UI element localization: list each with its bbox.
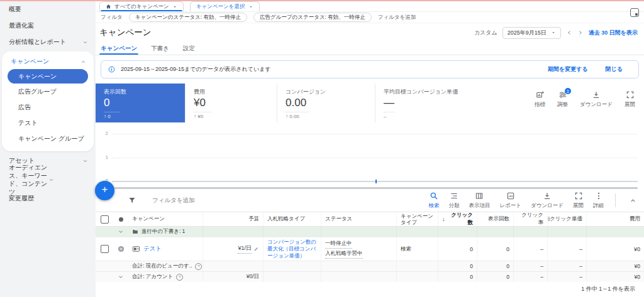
column-header-impressions[interactable]: 表示回数 [477,212,513,226]
scorecard-impressions[interactable]: 表示回数 0 ↑ 0 [96,84,185,122]
more-options-button[interactable]: 詳細 [593,192,604,210]
dropdown-caret-icon [551,30,556,35]
expand-account-total-chevron[interactable] [113,272,128,282]
side-panel-icon[interactable] [630,8,639,17]
adjust-button[interactable]: 3 調整 [557,90,568,122]
download-icon [592,90,601,99]
filter-chip-campaign-status[interactable]: キャンペーンのステータス: 有効、一時停止 [129,13,247,22]
download-table-button[interactable]: ダウンロード [531,192,564,210]
reports-button[interactable]: レポート [499,192,521,210]
columns-button[interactable]: 表示項目 [469,192,490,210]
table-tool-group: 検索 分類 表示項目 レポート ダウンロード 展開 [428,192,644,210]
column-header-bid-type[interactable]: 入札戦略タイプ [263,212,321,226]
status-column-icon [119,217,123,222]
search-icon [430,192,438,200]
status-cell[interactable]: 一時停止中 入札戦略学習中 [321,237,396,261]
avg-cpc-cell: – [547,237,586,261]
sidebar-item-ad-groups[interactable]: 広告グループ [2,84,94,99]
next-period-button[interactable] [577,30,584,36]
sidebar-campaigns-group: キャンペーン キャンペーン 広告グループ 広告 テスト キャンペーン グループ [2,51,94,151]
column-header-budget[interactable]: 予算 [203,212,263,226]
avg-cpc-total-cell: – [547,272,586,282]
sidebar-item-insights-reports[interactable]: 分析情報とレポート [0,34,96,50]
gridline [112,158,638,158]
page-tabbar: キャンペーン 下書き 設定 [96,42,644,55]
sidebar-item-campaign-groups[interactable]: キャンペーン グループ [2,131,94,146]
info-icon [108,66,115,73]
change-period-link[interactable]: 期間を変更する [548,65,588,73]
column-header-campaign-type[interactable]: キャンペーン タイプ [396,212,438,226]
show-last-30-days-link[interactable]: 過去 30 日間を表示 [589,29,638,37]
y-axis-tick: 2 [96,131,108,136]
scorecard-conversions[interactable]: コンバージョン 0.00 ↑ 0.00 [277,84,375,122]
row-checkbox[interactable] [101,245,109,253]
filter-bar-label: フィルタ [101,14,123,21]
date-picker-dropdown[interactable]: 2025年9月15日 [502,27,561,39]
scope-tab-all-campaigns[interactable]: すべてのキャンペーン [99,1,184,11]
campaign-name-link[interactable]: テスト [143,245,162,253]
sort-descending-icon [442,216,445,222]
collapse-drafts-chevron[interactable] [113,227,128,237]
tab-drafts[interactable]: 下書き [151,42,169,55]
filter-chip-adgroup-status[interactable]: 広告グループのステータス: 有効、一時停止 [253,13,372,22]
download-chart-button[interactable]: ダウンロード [580,90,613,122]
chevron-down-icon [48,177,88,183]
sidebar-item-audiences-keywords-content[interactable]: オーディエンス、キーワード、コンテンツ [0,169,96,190]
collapse-table-chevron[interactable] [627,197,639,204]
scope-tab-select-campaign[interactable]: キャンペーンを選択 [190,1,260,11]
y-axis-tick: 1 [96,154,108,160]
select-all-checkbox[interactable] [101,215,109,224]
previous-period-button[interactable] [566,30,572,36]
expand-table-button[interactable]: 展開 [573,192,584,210]
column-header-status[interactable]: ステータス [321,212,396,226]
toolbar-divider [615,193,616,207]
sidebar-item-ads[interactable]: 広告 [2,99,94,115]
impressions-cell: 0 [477,237,513,261]
sidebar-item-campaigns-header[interactable]: キャンペーン [2,54,94,69]
close-banner-link[interactable]: 閉じる [606,65,623,73]
drafts-group-row: 進行中の下書き: 1 [96,227,644,237]
metrics-button[interactable]: 指標 [535,90,545,122]
sidebar-item-recommendations[interactable]: 最適化案 [0,18,96,34]
scorecard-cost[interactable]: 費用 ¥0 ↑ ¥0 [185,84,277,122]
column-header-avg-cpc[interactable]: 平均クリック単価 [547,212,586,226]
add-filter-link[interactable]: フィルタを追加 [378,14,416,21]
table-header-row: キャンペーン 予算 入札戦略タイプ ステータス キャンペーン タイプ クリック数… [96,212,644,227]
dropdown-caret-icon [248,4,253,9]
tab-settings[interactable]: 設定 [183,42,195,55]
chart-horizontal-scrollbar[interactable] [114,187,638,189]
help-icon[interactable] [176,274,183,281]
sidebar-item-campaigns[interactable]: キャンペーン [8,69,88,84]
column-header-ctr[interactable]: クリック率 [513,212,547,226]
new-campaign-fab-button[interactable] [95,181,114,200]
segment-button[interactable]: 分類 [448,192,459,210]
segment-icon [450,192,458,200]
paused-status-icon[interactable] [113,237,128,261]
campaign-scope-tabbar: すべてのキャンペーン キャンペーンを選択 [96,1,644,12]
scorecard-avg-target-cpa[interactable]: 平均目標コンバージョン単価 — – [375,84,494,122]
campaign-type-cell: 検索 [396,237,438,261]
metrics-chart-icon [536,90,545,99]
cost-total-cell: ¥0 [586,261,644,271]
help-icon[interactable] [195,263,202,270]
sidebar-item-overview[interactable]: 概要 [0,1,96,18]
edit-pencil-icon[interactable] [253,246,259,252]
expand-icon [574,192,583,200]
column-header-clicks[interactable]: クリック数 [438,212,477,226]
sidebar-item-experiments[interactable]: テスト [2,115,94,131]
filter-funnel-icon[interactable] [128,197,136,204]
chevron-down-icon [82,40,88,45]
left-navigation: 概要 最適化案 分析情報とレポート キャンペーン キャンペーン 広告グループ 広… [0,1,96,297]
budget-cell[interactable]: ¥1/日 [203,237,263,261]
search-button[interactable]: 検索 [428,192,439,210]
tab-campaigns[interactable]: キャンペーン [101,42,137,55]
columns-icon [475,192,484,200]
bid-strategy-cell[interactable]: コンバージョン数の最大化（目標コンバージョン単価） [263,237,321,261]
scorecard-row: 表示回数 0 ↑ 0 費用 ¥0 ↑ ¥0 コンバージョン 0.00 ↑ 0.0… [96,84,644,122]
chevron-up-icon [80,59,86,65]
column-header-cost[interactable]: 費用 [586,212,644,226]
table-add-filter-input[interactable]: フィルタを追加 [152,197,195,205]
expand-chart-button[interactable]: 展開 [625,90,635,122]
column-header-campaign[interactable]: キャンペーン [128,212,203,226]
dropdown-caret-icon [172,4,177,9]
